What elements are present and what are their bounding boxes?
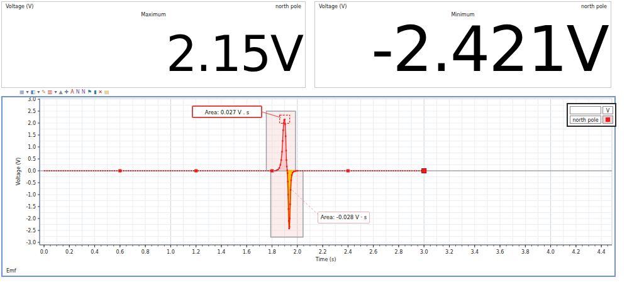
svg-text:2.0: 2.0 [28,121,36,126]
area-annotation-negative[interactable]: Area: -0.028 V · s [318,212,370,224]
svg-text:1.0: 1.0 [28,144,36,150]
meter-stat-label: Maximum [2,12,305,18]
svg-text:1.0: 1.0 [167,249,175,255]
graph-footer-label: Emf [6,268,16,274]
graph-toolbar: ▦▾◧▾✎▥▾▲✚ANN⚑▮✕▤ [19,88,109,95]
dropdown-arrow-icon[interactable]: ▾ [26,89,29,95]
svg-text:3.0: 3.0 [28,97,36,102]
graph-type-icon[interactable]: ▦ [19,89,25,95]
meter-value: 2.15V [166,30,303,78]
legend-input-field[interactable] [570,106,601,114]
meter-panel-maximum[interactable]: Voltage (V) north pole Maximum 2.15V [1,1,306,88]
svg-text:3.6: 3.6 [496,249,504,255]
svg-text:1.5: 1.5 [28,132,36,138]
svg-text:2.0: 2.0 [293,249,301,255]
svg-text:-1.0: -1.0 [26,192,36,198]
svg-text:1.4: 1.4 [218,249,226,255]
svg-text:0.4: 0.4 [91,249,99,255]
x-axis-title: Time (s) [315,257,336,262]
annotate-icon[interactable]: A [70,89,74,95]
svg-text:3.2: 3.2 [445,249,453,255]
svg-text:2.2: 2.2 [319,249,327,255]
color-fill-icon[interactable]: ◧ [31,89,36,95]
delete-icon[interactable]: ✕ [98,89,103,95]
graph-window[interactable]: 0.00.20.40.60.81.01.21.41.61.82.02.22.42… [1,96,616,277]
meter-series-label: north pole [275,4,301,9]
svg-text:1.6: 1.6 [243,249,251,255]
svg-text:4.4: 4.4 [597,249,606,255]
note-icon[interactable]: ▤ [104,89,109,95]
graph-canvas[interactable]: 0.00.20.40.60.81.01.21.41.61.82.02.22.42… [3,97,614,267]
meter-channel-label: Voltage (V) [319,4,347,9]
pencil-icon[interactable]: ✎ [42,89,46,95]
meter-value: -2.421V [371,18,608,81]
svg-text:2.4: 2.4 [344,249,352,255]
stats-icon[interactable]: ▮ [94,89,96,95]
svg-text:2.6: 2.6 [369,249,377,255]
examine-prev-icon[interactable]: N [82,89,86,95]
latest-point-marker[interactable] [422,169,426,173]
svg-text:0.0: 0.0 [40,249,48,255]
svg-text:0.6: 0.6 [116,249,124,255]
svg-text:0.2: 0.2 [65,249,74,255]
svg-text:1.8: 1.8 [268,249,276,255]
dropdown-arrow-icon[interactable]: ▾ [54,89,57,95]
meter-panel-minimum[interactable]: Voltage (V) north pole Minimum -2.421V [314,1,611,88]
legend-series-name[interactable]: north pole [570,116,601,124]
svg-text:4.2: 4.2 [572,249,580,255]
svg-text:2.8: 2.8 [395,249,403,255]
legend[interactable]: V north pole [567,103,616,127]
meter-series-label: north pole [581,4,607,9]
svg-text:3.8: 3.8 [521,249,530,255]
series-color-square-icon [606,117,610,122]
svg-text:3.0: 3.0 [420,249,428,255]
area-annotation-positive[interactable]: Area: 0.027 V . s [192,105,262,118]
autoscale-icon[interactable]: ▲ [58,89,62,95]
svg-text:-0.5: -0.5 [26,180,36,186]
svg-text:0.5: 0.5 [28,156,36,162]
svg-text:-2.0: -2.0 [26,216,36,222]
examine-next-icon[interactable]: N [76,89,80,95]
svg-text:0.0: 0.0 [28,168,36,174]
svg-text:2.5: 2.5 [28,109,36,114]
y-tick-labels: -3.0-2.5-2.0-1.5-1.0-0.50.00.51.01.52.02… [26,97,36,246]
svg-text:-2.5: -2.5 [26,228,36,234]
svg-text:0.8: 0.8 [142,249,150,255]
x-tick-labels: 0.00.20.40.60.81.01.21.41.61.82.02.22.42… [40,249,606,255]
meter-channel-label: Voltage (V) [6,4,33,9]
svg-text:4.0: 4.0 [547,249,555,255]
svg-text:3.4: 3.4 [470,249,479,255]
y-axis-title: Voltage (V) [16,158,21,185]
magnet-icon[interactable]: ▥ [48,89,53,95]
dropdown-arrow-icon[interactable]: ▾ [37,89,40,95]
legend-unit-label[interactable]: V [602,106,613,114]
pan-icon[interactable]: ✚ [65,89,69,95]
flag-icon[interactable]: ⚑ [87,89,92,95]
legend-series-swatch[interactable] [602,116,613,124]
svg-text:1.2: 1.2 [192,249,200,255]
svg-text:-3.0: -3.0 [26,240,36,246]
svg-text:-1.5: -1.5 [26,204,36,210]
selection-box[interactable] [271,171,303,237]
